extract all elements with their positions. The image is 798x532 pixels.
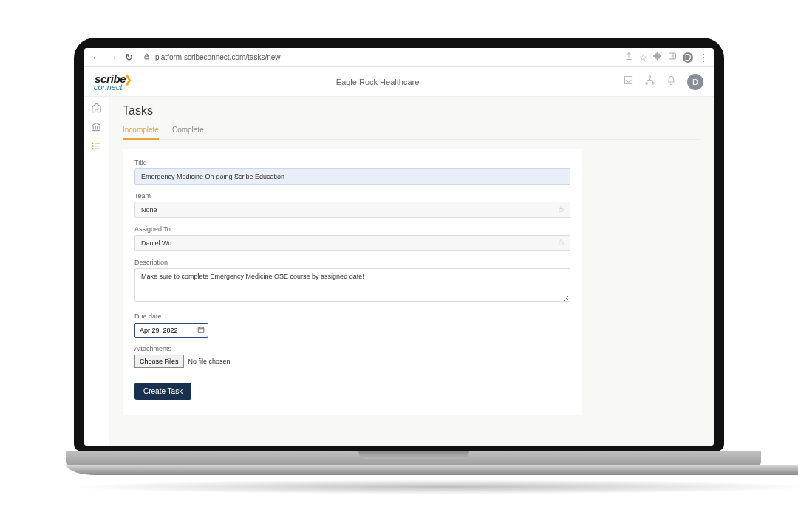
app-header: scribe❯ connect Eagle Rock Healthcare [84,67,714,97]
browser-toolbar: ← → ↻ platform.scribeconnect.com/tasks/n… [84,48,714,67]
nav-tasks-icon[interactable] [91,140,103,151]
description-label: Description [134,259,570,266]
bell-icon[interactable] [666,75,677,89]
svg-point-9 [92,143,93,143]
avatar[interactable]: D [687,74,703,90]
share-icon[interactable] [624,52,633,63]
nav-bank-icon[interactable] [91,120,103,132]
tabs: Incomplete Complete [123,122,700,140]
app-body: Tasks Incomplete Complete Title Team [84,97,714,446]
org-name: Eagle Rock Healthcare [132,78,623,86]
svg-point-3 [649,76,651,78]
choose-files-button[interactable]: Choose Files [134,355,184,368]
page-title: Tasks [123,104,700,117]
star-icon[interactable]: ☆ [639,52,647,63]
due-date-input[interactable] [134,323,208,338]
profile-badge[interactable]: D [683,52,693,63]
file-status-text: No file chosen [188,358,231,365]
laptop-shadow [66,480,798,494]
screen: ← → ↻ platform.scribeconnect.com/tasks/n… [84,48,714,446]
extension-icon[interactable] [653,52,662,63]
svg-point-4 [646,83,648,85]
description-textarea[interactable] [134,268,570,302]
task-form: Title Team [123,149,582,415]
org-tree-icon[interactable] [644,75,655,89]
svg-rect-12 [559,209,563,212]
due-date-label: Due date [134,313,570,320]
logo[interactable]: scribe❯ connect [95,73,132,90]
back-icon[interactable]: ← [90,52,102,64]
laptop-frame: ← → ↻ platform.scribeconnect.com/tasks/n… [74,38,724,451]
header-actions: D [623,74,703,90]
svg-rect-13 [559,242,563,245]
main-content: Tasks Incomplete Complete Title Team [109,97,714,446]
browser-actions: ☆ D ⋮ [624,52,708,63]
team-label: Team [134,192,570,200]
reload-icon[interactable]: ↻ [123,52,134,64]
lock-icon [558,206,565,214]
side-nav [84,97,109,446]
title-input[interactable] [134,168,570,185]
assigned-to-select[interactable] [134,235,570,251]
lock-icon [143,53,150,61]
inbox-icon[interactable] [623,75,634,89]
assigned-to-label: Assigned To [134,225,570,233]
nav-home-icon[interactable] [91,101,103,113]
laptop-base [66,465,798,475]
laptop-hinge [66,451,761,466]
tab-incomplete[interactable]: Incomplete [123,122,159,140]
attachments-label: Attachments [134,345,570,352]
page-header: Tasks Incomplete Complete [109,97,714,140]
team-select[interactable] [134,202,570,218]
create-task-button[interactable]: Create Task [134,383,191,400]
svg-rect-0 [145,56,149,59]
title-label: Title [134,159,570,166]
svg-point-5 [652,83,655,85]
lock-icon [558,239,565,248]
panel-icon[interactable] [668,52,677,63]
svg-point-10 [92,145,93,146]
tab-complete[interactable]: Complete [172,122,204,139]
forward-icon[interactable]: → [106,52,118,64]
laptop-mockup: ← → ↻ platform.scribeconnect.com/tasks/n… [66,38,732,494]
svg-point-11 [92,148,93,149]
address-bar-url[interactable]: platform.scribeconnect.com/tasks/new [155,53,281,61]
browser-menu-icon[interactable]: ⋮ [699,53,708,62]
svg-rect-1 [669,53,676,59]
